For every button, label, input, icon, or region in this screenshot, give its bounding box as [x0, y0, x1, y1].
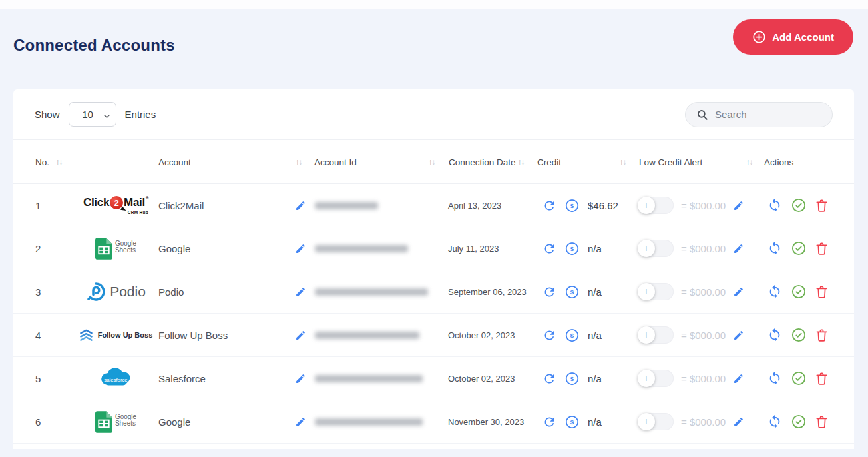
column-header-account[interactable]: Account	[158, 157, 191, 167]
delete-account-icon[interactable]	[815, 285, 828, 299]
low-credit-alert-toggle[interactable]: I	[638, 240, 674, 257]
toggle-knob: I	[638, 326, 655, 344]
low-credit-alert-toggle[interactable]: I	[638, 370, 674, 387]
sort-icon[interactable]: ↑↓	[620, 158, 626, 166]
table-header: No. ↑↓ Account ↑↓ Account Id ↑↓ Connecti…	[13, 140, 854, 184]
svg-text:$: $	[570, 245, 574, 252]
sort-icon[interactable]: ↑↓	[746, 158, 753, 166]
refresh-credit-icon[interactable]	[542, 372, 556, 386]
account-name: Salesforce	[158, 373, 295, 384]
status-ok-icon[interactable]	[791, 414, 806, 429]
credit-value: n/a	[588, 243, 602, 254]
table-row: 4 Follow Up Boss Follow Up Boss October …	[13, 314, 854, 357]
sync-account-icon[interactable]	[767, 284, 782, 299]
refresh-credit-icon[interactable]	[542, 242, 556, 256]
row-number: 3	[13, 286, 73, 298]
row-number: 5	[13, 373, 73, 384]
status-ok-icon[interactable]	[791, 198, 806, 213]
search-icon	[696, 109, 708, 123]
sort-icon[interactable]: ↑↓	[56, 158, 63, 166]
edit-alert-icon[interactable]	[733, 416, 744, 428]
edit-account-id-icon[interactable]	[295, 243, 306, 254]
dollar-circle-icon[interactable]: $	[565, 372, 579, 386]
sync-account-icon[interactable]	[767, 371, 782, 386]
sync-account-icon[interactable]	[767, 328, 782, 342]
edit-account-id-icon[interactable]	[295, 373, 306, 384]
edit-account-id-icon[interactable]	[295, 416, 306, 428]
credit-value: $46.62	[588, 200, 618, 211]
low-credit-alert-toggle[interactable]: I	[638, 197, 674, 214]
svg-text:$: $	[570, 202, 574, 209]
sync-account-icon[interactable]	[767, 414, 782, 429]
low-credit-alert-value: = $000.00	[681, 330, 726, 341]
sync-account-icon[interactable]	[767, 241, 782, 256]
entries-select[interactable]: 10	[69, 102, 116, 127]
delete-account-icon[interactable]	[815, 415, 828, 429]
credit-value: n/a	[588, 286, 602, 298]
page-title: Connected Accounts	[13, 36, 853, 55]
edit-alert-icon[interactable]	[733, 286, 744, 298]
column-header-connection-date[interactable]: Connection Date	[449, 157, 516, 167]
column-header-account-id[interactable]: Account Id	[314, 157, 357, 167]
refresh-credit-icon[interactable]	[542, 415, 556, 429]
toggle-knob: I	[638, 283, 655, 300]
edit-alert-icon[interactable]	[733, 243, 744, 254]
dollar-circle-icon[interactable]: $	[565, 242, 579, 256]
status-ok-icon[interactable]	[791, 328, 806, 342]
refresh-credit-icon[interactable]	[542, 328, 556, 342]
row-number: 2	[13, 243, 73, 254]
account-id-redacted	[315, 375, 423, 382]
edit-alert-icon[interactable]	[733, 373, 744, 384]
dollar-circle-icon[interactable]: $	[565, 415, 579, 429]
sync-account-icon[interactable]	[767, 198, 782, 213]
low-credit-alert-toggle[interactable]: I	[638, 413, 674, 430]
sort-icon[interactable]: ↑↓	[429, 158, 435, 166]
add-account-button[interactable]: Add Account	[733, 19, 853, 55]
dollar-circle-icon[interactable]: $	[565, 328, 579, 342]
dollar-circle-icon[interactable]: $	[565, 199, 579, 213]
column-header-low-credit-alert[interactable]: Low Credit Alert	[639, 157, 702, 167]
account-name: Google	[158, 243, 295, 254]
delete-account-icon[interactable]	[815, 242, 828, 256]
low-credit-alert-toggle[interactable]: I	[638, 283, 674, 300]
page-header: Connected Accounts Add Account	[0, 9, 868, 55]
connection-date: July 11, 2023	[448, 244, 542, 254]
edit-alert-icon[interactable]	[733, 330, 744, 341]
row-number: 6	[13, 416, 73, 428]
show-label: Show	[35, 109, 60, 120]
salesforce-logo: salesforce	[99, 366, 133, 391]
edit-account-id-icon[interactable]	[295, 200, 306, 211]
connection-date: November 30, 2023	[448, 417, 542, 427]
sort-icon[interactable]: ↑↓	[296, 158, 302, 166]
dollar-circle-icon[interactable]: $	[565, 285, 579, 299]
toggle-knob: I	[638, 240, 655, 257]
edit-alert-icon[interactable]	[733, 200, 744, 211]
column-header-credit[interactable]: Credit	[537, 157, 561, 167]
edit-account-id-icon[interactable]	[295, 330, 306, 341]
account-id-redacted	[315, 332, 419, 339]
account-name: Podio	[158, 286, 295, 298]
click2mail-logo: Click2Mail® CRM Hub	[83, 196, 148, 215]
refresh-credit-icon[interactable]	[542, 199, 556, 213]
svg-text:$: $	[570, 332, 574, 339]
column-header-no[interactable]: No.	[35, 157, 49, 167]
account-name: Follow Up Boss	[158, 330, 295, 341]
svg-text:salesforce: salesforce	[104, 377, 127, 383]
account-id-redacted	[315, 202, 378, 209]
svg-text:$: $	[570, 375, 574, 382]
account-name: Click2Mail	[158, 200, 295, 211]
low-credit-alert-value: = $000.00	[681, 200, 726, 211]
account-name: Google	[158, 416, 295, 428]
svg-text:$: $	[570, 418, 574, 426]
sort-icon[interactable]: ↑↓	[518, 158, 525, 166]
status-ok-icon[interactable]	[791, 241, 806, 256]
low-credit-alert-toggle[interactable]: I	[638, 326, 674, 344]
delete-account-icon[interactable]	[815, 372, 828, 386]
edit-account-id-icon[interactable]	[295, 286, 306, 298]
status-ok-icon[interactable]	[791, 284, 806, 299]
delete-account-icon[interactable]	[815, 328, 828, 342]
status-ok-icon[interactable]	[791, 371, 806, 386]
refresh-credit-icon[interactable]	[542, 285, 556, 299]
delete-account-icon[interactable]	[815, 199, 828, 213]
row-number: 4	[13, 330, 73, 341]
